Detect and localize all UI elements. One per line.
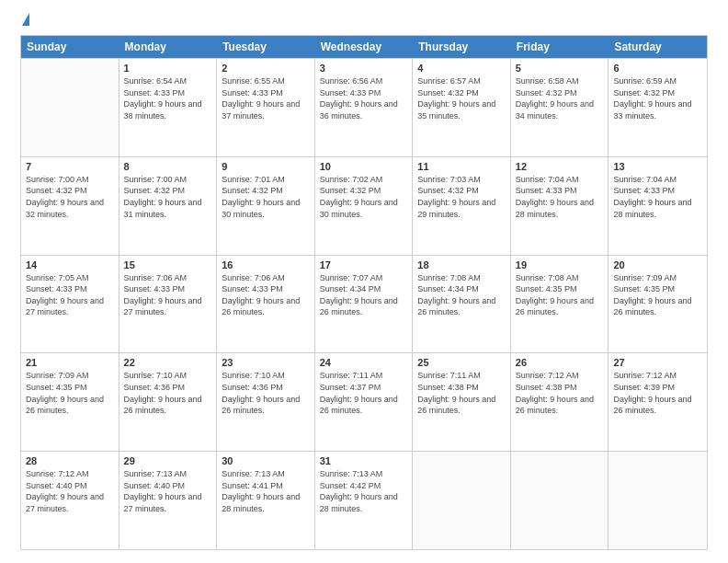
day-cell: 25Sunrise: 7:11 AMSunset: 4:38 PMDayligh… bbox=[413, 353, 511, 451]
day-number: 29 bbox=[124, 455, 212, 466]
day-cell bbox=[413, 452, 511, 549]
day-number: 23 bbox=[222, 357, 310, 368]
day-number: 24 bbox=[320, 357, 408, 368]
day-info: Sunrise: 6:56 AMSunset: 4:33 PMDaylight:… bbox=[320, 75, 408, 121]
day-number: 13 bbox=[613, 161, 702, 172]
day-cell: 28Sunrise: 7:12 AMSunset: 4:40 PMDayligh… bbox=[21, 452, 119, 549]
day-number: 9 bbox=[222, 161, 310, 172]
day-number: 10 bbox=[320, 161, 408, 172]
day-info: Sunrise: 7:08 AMSunset: 4:34 PMDaylight:… bbox=[417, 272, 506, 318]
day-number: 14 bbox=[26, 259, 114, 270]
day-info: Sunrise: 6:54 AMSunset: 4:33 PMDaylight:… bbox=[124, 75, 212, 121]
day-info: Sunrise: 7:00 AMSunset: 4:32 PMDaylight:… bbox=[124, 174, 212, 220]
day-cell: 22Sunrise: 7:10 AMSunset: 4:36 PMDayligh… bbox=[119, 353, 218, 451]
day-cell: 26Sunrise: 7:12 AMSunset: 4:38 PMDayligh… bbox=[511, 353, 609, 451]
day-number: 4 bbox=[417, 63, 506, 74]
day-cell: 27Sunrise: 7:12 AMSunset: 4:39 PMDayligh… bbox=[609, 353, 707, 451]
day-cell bbox=[21, 59, 119, 156]
day-info: Sunrise: 7:03 AMSunset: 4:32 PMDaylight:… bbox=[417, 174, 506, 220]
day-number: 12 bbox=[516, 161, 604, 172]
day-cell: 15Sunrise: 7:06 AMSunset: 4:33 PMDayligh… bbox=[119, 256, 218, 353]
day-info: Sunrise: 7:11 AMSunset: 4:37 PMDaylight:… bbox=[320, 370, 408, 416]
day-info: Sunrise: 7:13 AMSunset: 4:41 PMDaylight:… bbox=[222, 468, 310, 514]
day-number: 3 bbox=[320, 63, 408, 74]
day-cell: 23Sunrise: 7:10 AMSunset: 4:36 PMDayligh… bbox=[217, 353, 315, 451]
day-info: Sunrise: 7:10 AMSunset: 4:36 PMDaylight:… bbox=[124, 370, 212, 416]
day-cell: 2Sunrise: 6:55 AMSunset: 4:33 PMDaylight… bbox=[217, 59, 315, 156]
week-row-5: 28Sunrise: 7:12 AMSunset: 4:40 PMDayligh… bbox=[21, 451, 707, 549]
calendar-header: SundayMondayTuesdayWednesdayThursdayFrid… bbox=[21, 36, 707, 58]
day-number: 25 bbox=[417, 357, 506, 368]
day-number: 17 bbox=[320, 259, 408, 270]
day-info: Sunrise: 7:00 AMSunset: 4:32 PMDaylight:… bbox=[26, 174, 114, 220]
day-cell: 13Sunrise: 7:04 AMSunset: 4:33 PMDayligh… bbox=[609, 157, 707, 255]
day-number: 28 bbox=[26, 455, 114, 466]
day-number: 27 bbox=[613, 357, 702, 368]
day-info: Sunrise: 7:11 AMSunset: 4:38 PMDaylight:… bbox=[417, 370, 506, 416]
header-day-saturday: Saturday bbox=[609, 36, 707, 58]
day-number: 15 bbox=[124, 259, 212, 270]
day-cell: 21Sunrise: 7:09 AMSunset: 4:35 PMDayligh… bbox=[21, 353, 119, 451]
day-info: Sunrise: 6:57 AMSunset: 4:32 PMDaylight:… bbox=[417, 75, 506, 121]
day-info: Sunrise: 6:58 AMSunset: 4:32 PMDaylight:… bbox=[516, 75, 604, 121]
page: SundayMondayTuesdayWednesdayThursdayFrid… bbox=[0, 0, 728, 563]
day-info: Sunrise: 7:01 AMSunset: 4:32 PMDaylight:… bbox=[222, 174, 310, 220]
calendar-body: 1Sunrise: 6:54 AMSunset: 4:33 PMDaylight… bbox=[21, 58, 707, 549]
day-info: Sunrise: 7:02 AMSunset: 4:32 PMDaylight:… bbox=[320, 174, 408, 220]
day-info: Sunrise: 7:12 AMSunset: 4:38 PMDaylight:… bbox=[516, 370, 604, 416]
day-cell: 17Sunrise: 7:07 AMSunset: 4:34 PMDayligh… bbox=[315, 256, 414, 353]
day-info: Sunrise: 7:05 AMSunset: 4:33 PMDaylight:… bbox=[26, 272, 114, 318]
day-info: Sunrise: 7:09 AMSunset: 4:35 PMDaylight:… bbox=[613, 272, 702, 318]
logo-triangle-icon bbox=[22, 13, 29, 26]
day-cell: 18Sunrise: 7:08 AMSunset: 4:34 PMDayligh… bbox=[413, 256, 511, 353]
day-number: 11 bbox=[417, 161, 506, 172]
day-info: Sunrise: 7:10 AMSunset: 4:36 PMDaylight:… bbox=[222, 370, 310, 416]
day-info: Sunrise: 7:09 AMSunset: 4:35 PMDaylight:… bbox=[26, 370, 114, 416]
day-number: 6 bbox=[613, 63, 702, 74]
day-cell: 1Sunrise: 6:54 AMSunset: 4:33 PMDaylight… bbox=[119, 59, 218, 156]
day-number: 5 bbox=[516, 63, 604, 74]
logo bbox=[20, 17, 29, 26]
day-cell: 24Sunrise: 7:11 AMSunset: 4:37 PMDayligh… bbox=[315, 353, 414, 451]
day-cell: 6Sunrise: 6:59 AMSunset: 4:32 PMDaylight… bbox=[609, 59, 707, 156]
day-number: 30 bbox=[222, 455, 310, 466]
header-day-thursday: Thursday bbox=[413, 36, 511, 58]
header bbox=[20, 17, 708, 26]
day-cell: 8Sunrise: 7:00 AMSunset: 4:32 PMDaylight… bbox=[119, 157, 218, 255]
day-cell: 29Sunrise: 7:13 AMSunset: 4:40 PMDayligh… bbox=[119, 452, 218, 549]
day-number: 2 bbox=[222, 63, 310, 74]
calendar: SundayMondayTuesdayWednesdayThursdayFrid… bbox=[20, 35, 708, 550]
day-cell: 11Sunrise: 7:03 AMSunset: 4:32 PMDayligh… bbox=[413, 157, 511, 255]
header-day-wednesday: Wednesday bbox=[315, 36, 414, 58]
day-cell: 10Sunrise: 7:02 AMSunset: 4:32 PMDayligh… bbox=[315, 157, 414, 255]
day-cell bbox=[609, 452, 707, 549]
day-info: Sunrise: 7:08 AMSunset: 4:35 PMDaylight:… bbox=[516, 272, 604, 318]
week-row-4: 21Sunrise: 7:09 AMSunset: 4:35 PMDayligh… bbox=[21, 352, 707, 451]
day-cell: 19Sunrise: 7:08 AMSunset: 4:35 PMDayligh… bbox=[511, 256, 609, 353]
day-cell: 12Sunrise: 7:04 AMSunset: 4:33 PMDayligh… bbox=[511, 157, 609, 255]
day-number: 16 bbox=[222, 259, 310, 270]
day-info: Sunrise: 7:12 AMSunset: 4:39 PMDaylight:… bbox=[613, 370, 702, 416]
day-cell: 7Sunrise: 7:00 AMSunset: 4:32 PMDaylight… bbox=[21, 157, 119, 255]
day-number: 31 bbox=[320, 455, 408, 466]
day-cell: 14Sunrise: 7:05 AMSunset: 4:33 PMDayligh… bbox=[21, 256, 119, 353]
day-cell: 3Sunrise: 6:56 AMSunset: 4:33 PMDaylight… bbox=[315, 59, 414, 156]
week-row-1: 1Sunrise: 6:54 AMSunset: 4:33 PMDaylight… bbox=[21, 58, 707, 156]
day-number: 21 bbox=[26, 357, 114, 368]
day-cell: 31Sunrise: 7:13 AMSunset: 4:42 PMDayligh… bbox=[315, 452, 414, 549]
day-number: 26 bbox=[516, 357, 604, 368]
day-number: 18 bbox=[417, 259, 506, 270]
day-cell bbox=[511, 452, 609, 549]
day-info: Sunrise: 7:07 AMSunset: 4:34 PMDaylight:… bbox=[320, 272, 408, 318]
day-info: Sunrise: 6:55 AMSunset: 4:33 PMDaylight:… bbox=[222, 75, 310, 121]
day-cell: 4Sunrise: 6:57 AMSunset: 4:32 PMDaylight… bbox=[413, 59, 511, 156]
day-info: Sunrise: 7:13 AMSunset: 4:42 PMDaylight:… bbox=[320, 468, 408, 514]
day-cell: 9Sunrise: 7:01 AMSunset: 4:32 PMDaylight… bbox=[217, 157, 315, 255]
day-number: 19 bbox=[516, 259, 604, 270]
day-info: Sunrise: 7:13 AMSunset: 4:40 PMDaylight:… bbox=[124, 468, 212, 514]
day-number: 22 bbox=[124, 357, 212, 368]
day-cell: 30Sunrise: 7:13 AMSunset: 4:41 PMDayligh… bbox=[217, 452, 315, 549]
day-number: 7 bbox=[26, 161, 114, 172]
day-info: Sunrise: 6:59 AMSunset: 4:32 PMDaylight:… bbox=[613, 75, 702, 121]
header-day-friday: Friday bbox=[511, 36, 609, 58]
